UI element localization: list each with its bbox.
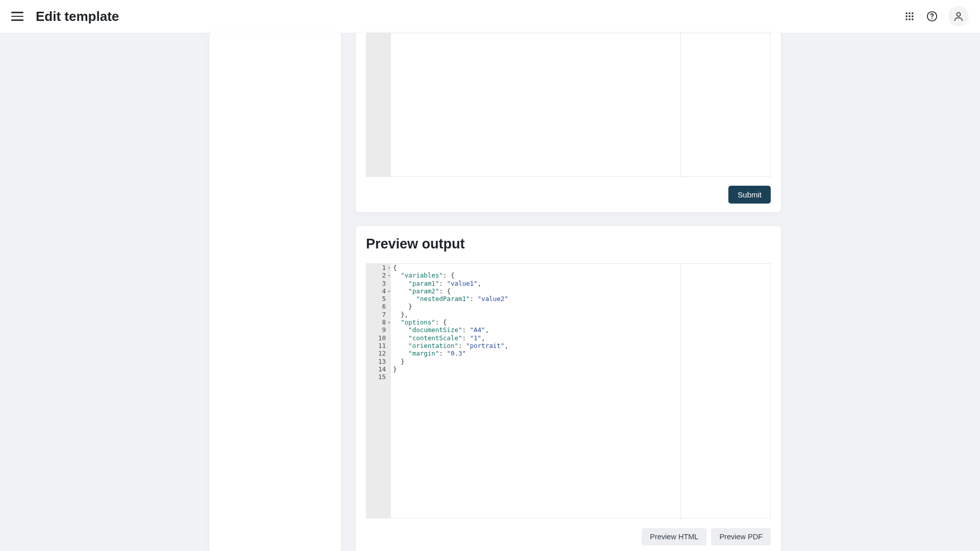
input-editor-body [391, 33, 770, 177]
submit-button[interactable]: Submit [728, 186, 771, 204]
preview-html-button[interactable]: Preview HTML [642, 528, 706, 545]
line-number: 14 [366, 365, 391, 373]
code-line [393, 373, 770, 381]
output-editor[interactable]: 1▾2▾34▾5678▾9101112131415 { "variables":… [366, 263, 771, 518]
fold-icon[interactable]: ▾ [388, 288, 390, 295]
code-line: "nestedParam1": "value2" [393, 295, 770, 303]
code-line: }, [393, 311, 770, 318]
input-editor-gutter [366, 33, 391, 177]
output-editor-body: { "variables": { "param1": "value1", "pa… [391, 264, 770, 518]
code-line: "documentSize": "A4", [393, 326, 770, 334]
preview-pdf-button[interactable]: Preview PDF [711, 528, 771, 545]
line-number: 8▾ [366, 318, 391, 326]
code-line: } [393, 358, 770, 365]
line-number: 10 [366, 334, 391, 342]
menu-icon[interactable] [11, 10, 23, 22]
user-icon[interactable] [948, 6, 969, 27]
svg-rect-7 [909, 18, 910, 20]
input-editor[interactable] [366, 33, 771, 177]
output-editor-gutter: 1▾2▾34▾5678▾9101112131415 [366, 264, 391, 518]
line-number: 7 [366, 311, 391, 318]
svg-rect-5 [912, 15, 913, 17]
code-line: "param1": "value1", [393, 280, 770, 287]
page-title: Edit template [36, 9, 119, 24]
svg-rect-1 [909, 13, 910, 14]
svg-rect-2 [912, 13, 913, 14]
code-line: "param2": { [393, 287, 770, 295]
code-line: "contentScale": "1", [393, 334, 770, 342]
submit-row: Submit [356, 177, 781, 204]
header-left: Edit template [11, 9, 119, 24]
preview-panel: Preview output 1▾2▾34▾5678▾9101112131415… [356, 226, 781, 551]
preview-title: Preview output [366, 236, 771, 252]
line-number: 5 [366, 295, 391, 303]
line-number: 3 [366, 280, 391, 287]
code-line: "variables": { [393, 271, 770, 279]
help-icon[interactable] [926, 10, 938, 22]
apps-icon[interactable] [903, 10, 916, 22]
left-card [209, 33, 341, 551]
code-line: { [393, 264, 770, 271]
content-area: Submit Preview output 1▾2▾34▾5678▾910111… [0, 33, 980, 551]
fold-icon[interactable]: ▾ [388, 272, 390, 280]
line-number: 15 [366, 373, 391, 381]
svg-rect-0 [906, 13, 908, 14]
line-number: 13 [366, 358, 391, 365]
fold-icon[interactable]: ▾ [388, 264, 390, 272]
editor-ruler [680, 33, 770, 177]
svg-point-11 [957, 13, 960, 16]
code-line: } [393, 303, 770, 310]
line-number: 11 [366, 342, 391, 349]
code-line: "margin": "0.3" [393, 349, 770, 357]
svg-rect-4 [909, 15, 910, 17]
fold-icon[interactable]: ▾ [388, 319, 390, 327]
line-number: 4▾ [366, 287, 391, 295]
line-number: 2▾ [366, 271, 391, 279]
line-number: 12 [366, 349, 391, 357]
submit-panel: Submit [356, 33, 781, 212]
code-lines: { "variables": { "param1": "value1", "pa… [391, 264, 770, 381]
header-right [903, 6, 969, 27]
code-line: "options": { [393, 318, 770, 326]
svg-point-10 [932, 18, 933, 19]
line-number: 1▾ [366, 264, 391, 271]
line-number: 6 [366, 303, 391, 310]
code-line: } [393, 365, 770, 373]
app-header: Edit template [0, 0, 980, 33]
svg-rect-3 [906, 15, 908, 17]
preview-buttons: Preview HTML Preview PDF [366, 528, 771, 545]
svg-rect-6 [906, 18, 908, 20]
line-number: 9 [366, 326, 391, 334]
code-line: "orientation": "portrait", [393, 342, 770, 349]
svg-rect-8 [912, 18, 913, 20]
